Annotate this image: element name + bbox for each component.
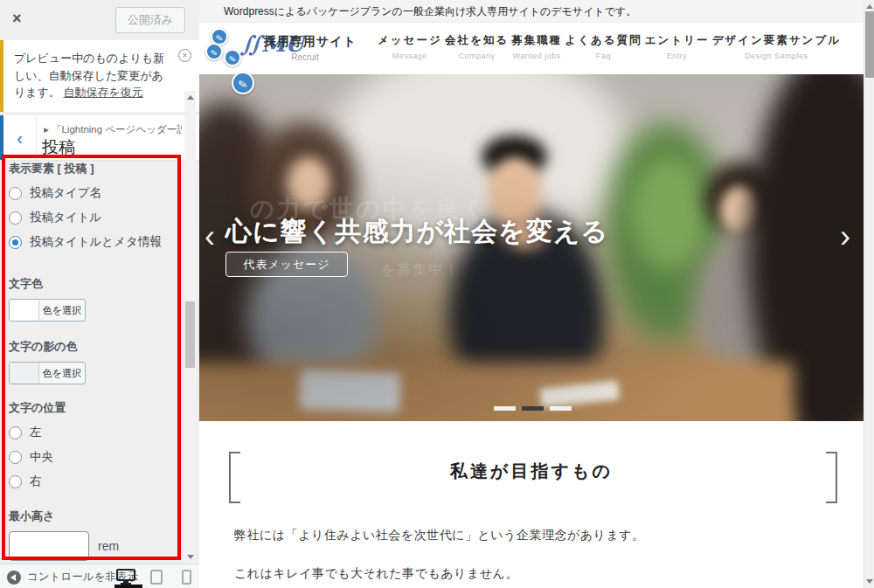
- customizer-screen: × 公開済み プレビュー中のものよりも新しい、自動保存した変更があります。 自動…: [0, 0, 874, 588]
- ceo-message-button[interactable]: 代表メッセージ: [225, 252, 348, 277]
- nav-label: 会社を知る: [445, 33, 509, 48]
- shadow-color-picker[interactable]: 色を選択: [9, 362, 86, 384]
- slider-next-icon[interactable]: ›: [840, 221, 850, 252]
- scrollbar-thumb[interactable]: [185, 301, 195, 368]
- demo-notice-bar: Wordpressによるパッケージプランの一般企業向け求人専用サイトのデモサイト…: [199, 0, 864, 23]
- site-preview: Wordpressによるパッケージプランの一般企業向け求人専用サイトのデモサイト…: [199, 0, 874, 588]
- nav-item-company[interactable]: 会社を知る Company: [445, 33, 509, 60]
- radio-icon[interactable]: [9, 211, 22, 225]
- nav-item-faq[interactable]: よくある質問 Faq: [565, 33, 642, 60]
- dismiss-notice-icon[interactable]: ×: [178, 49, 191, 62]
- slider-prev-icon[interactable]: ‹: [205, 221, 215, 252]
- slider-dot-active[interactable]: [522, 406, 544, 411]
- radio-label: 右: [30, 474, 42, 489]
- nav-label: 募集職種: [511, 33, 562, 48]
- section-heading: 私達が目指すもの: [199, 460, 864, 483]
- device-desktop-button[interactable]: [116, 569, 135, 585]
- controls-panel: 表示要素 [ 投稿 ] 投稿タイプ名 投稿タイトル 投稿タイトルとメタ情報 文字…: [0, 138, 184, 564]
- scroll-up-icon[interactable]: [866, 4, 873, 9]
- radio-position-center[interactable]: 中央: [9, 449, 176, 465]
- slider-dot[interactable]: [550, 406, 572, 411]
- display-elements-label: 表示要素 [ 投稿 ]: [9, 161, 176, 176]
- edit-shortcut-icon[interactable]: ✎: [224, 49, 241, 66]
- radio-post-type-name[interactable]: 投稿タイプ名: [9, 185, 176, 201]
- select-color-button[interactable]: 色を選択: [39, 363, 85, 384]
- edit-shortcut-icon[interactable]: ✎: [205, 43, 223, 60]
- radio-icon[interactable]: [9, 426, 22, 439]
- select-color-button[interactable]: 色を選択: [39, 300, 85, 321]
- customizer-topbar: × 公開済み: [0, 0, 199, 40]
- radio-icon[interactable]: [9, 187, 22, 200]
- autosave-notice: プレビュー中のものよりも新しい、自動保存した変更があります。 自動保存を復元 ×: [0, 40, 199, 112]
- nav-item-design-samples[interactable]: デザイン要素サンプル Design Samples: [712, 33, 841, 60]
- customizer-sidebar: × 公開済み プレビュー中のものよりも新しい、自動保存した変更があります。 自動…: [0, 0, 199, 588]
- content-section: 私達が目指すもの 弊社には「より住みよい社会を次世代に」という企業理念があります…: [199, 421, 864, 588]
- nav-label: よくある質問: [565, 33, 642, 48]
- close-icon[interactable]: ×: [12, 10, 22, 28]
- shadow-color-label: 文字の影の色: [9, 339, 176, 355]
- site-title-block[interactable]: 採用専用サイト Recruit: [264, 34, 346, 62]
- site-header: ✎ ✎ ✎ ∬MU 採用専用サイト Recruit メッセージ Message …: [199, 23, 864, 74]
- radio-icon-checked[interactable]: [9, 236, 22, 249]
- nav-label: デザイン要素サンプル: [712, 33, 841, 48]
- nav-item-message[interactable]: メッセージ Message: [378, 33, 442, 60]
- site-subtitle: Recruit: [264, 52, 346, 62]
- device-mobile-button[interactable]: [182, 570, 191, 585]
- nav-sublabel: Entry: [645, 52, 710, 60]
- scroll-down-icon[interactable]: [187, 555, 194, 559]
- min-height-unit: rem: [98, 539, 119, 553]
- radio-label: 投稿タイトル: [30, 210, 101, 225]
- paragraph: 弊社には「より住みよい社会を次世代に」という企業理念があります。: [234, 528, 645, 543]
- text-color-picker[interactable]: 色を選択: [9, 299, 86, 322]
- text-position-label: 文字の位置: [9, 400, 176, 416]
- nav-label: エントリー: [645, 33, 710, 48]
- nav-sublabel: Design Samples: [712, 52, 841, 60]
- radio-icon[interactable]: [9, 451, 22, 464]
- nav-sublabel: Faq: [565, 52, 642, 60]
- hero-heading: 心に響く共感力が社会を変える: [225, 214, 608, 250]
- radio-post-title-meta[interactable]: 投稿タイトルとメタ情報: [9, 234, 176, 250]
- scrollbar-thumb[interactable]: [865, 11, 874, 78]
- breadcrumb: ▸ 「Lightning ページヘッダー設…: [44, 123, 182, 136]
- text-color-label: 文字色: [9, 276, 176, 292]
- slide-ghost-text-bottom: を募集中！: [381, 261, 460, 280]
- nav-sublabel: Message: [378, 52, 442, 60]
- radio-label: 中央: [30, 449, 53, 465]
- min-height-row: rem: [9, 531, 176, 561]
- main-nav: メッセージ Message 会社を知る Company 募集職種 Wanted …: [378, 33, 841, 60]
- nav-label: メッセージ: [378, 33, 442, 48]
- nav-sublabel: Company: [445, 52, 509, 60]
- active-device-indicator: [114, 585, 142, 588]
- customizer-footer: コントロールを非表示: [0, 564, 199, 588]
- scroll-up-icon[interactable]: [187, 95, 194, 100]
- min-height-input[interactable]: [9, 531, 89, 561]
- radio-icon[interactable]: [9, 475, 22, 488]
- hero-slider: の力で世の中を良く 心に響く共感力が社会を変える を募集中！ 代表メッセージ ‹…: [199, 74, 864, 421]
- restore-autosave-link[interactable]: 自動保存を復元: [64, 86, 143, 99]
- nav-item-entry[interactable]: エントリー Entry: [645, 33, 710, 60]
- paragraph: これはキレイ事でも大それた事でもありません。: [234, 566, 518, 582]
- radio-position-left[interactable]: 左: [9, 425, 176, 440]
- radio-label: 左: [30, 425, 42, 440]
- edit-shortcut-icon[interactable]: ✎: [232, 72, 254, 94]
- collapse-arrow-icon: [7, 571, 21, 585]
- device-tablet-button[interactable]: [150, 570, 163, 585]
- preview-scrollbar[interactable]: [864, 0, 874, 588]
- min-height-label: 最小高さ: [9, 508, 176, 524]
- radio-label: 投稿タイプ名: [30, 185, 101, 201]
- publish-button[interactable]: 公開済み: [115, 7, 185, 33]
- color-swatch[interactable]: [10, 363, 39, 384]
- nav-item-wanted-jobs[interactable]: 募集職種 Wanted jobs: [511, 33, 562, 60]
- radio-position-right[interactable]: 右: [9, 474, 176, 489]
- radio-post-title[interactable]: 投稿タイトル: [9, 210, 176, 225]
- nav-sublabel: Wanted jobs: [511, 52, 562, 60]
- slider-indicators: [494, 406, 572, 411]
- slider-dot[interactable]: [494, 406, 516, 411]
- site-title: 採用専用サイト: [264, 34, 346, 50]
- radio-label: 投稿タイトルとメタ情報: [30, 234, 162, 250]
- scroll-down-icon[interactable]: [866, 579, 873, 584]
- sidebar-scrollbar[interactable]: [184, 91, 196, 564]
- color-swatch[interactable]: [10, 300, 39, 321]
